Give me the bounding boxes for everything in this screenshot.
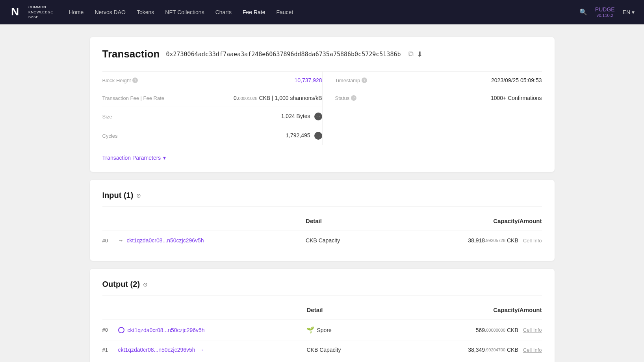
output-amount-0-main: 569 bbox=[476, 327, 485, 333]
input-address-link[interactable]: ckt1qzda0cr08...n50czjc296v5h bbox=[127, 237, 204, 244]
arrow-right-purple-icon: → bbox=[199, 347, 204, 353]
output-section-header: Output (2) ⊙ bbox=[102, 280, 542, 296]
output-row-1-index: #1 bbox=[102, 340, 118, 360]
size-more-button[interactable]: ··· bbox=[314, 113, 322, 120]
status-help-icon[interactable]: ? bbox=[351, 95, 356, 101]
output-unit-0: CKB bbox=[507, 327, 518, 333]
input-title: Input (1) bbox=[102, 191, 134, 200]
table-row: #1 ckt1qzda0cr08...n50czjc296v5h → CKB C… bbox=[102, 340, 542, 360]
nav-faucet[interactable]: Faucet bbox=[276, 9, 293, 15]
block-height-help-icon[interactable]: ? bbox=[132, 78, 138, 83]
output-table: Detail Capacity/Amount #0 ckt1qzda0cr08.… bbox=[102, 303, 542, 359]
output-row-0-amount: 569.00000000 CKB Cell Info bbox=[381, 320, 542, 340]
tx-fee-row: Transaction Fee | Fee Rate 0.00001028 CK… bbox=[102, 89, 322, 107]
output-address-1-link[interactable]: ckt1qzda0cr08...n50czjc296v5h bbox=[118, 347, 195, 353]
transaction-parameters: Transaction Parameters ▾ bbox=[102, 151, 542, 161]
timestamp-help-icon[interactable]: ? bbox=[362, 78, 367, 83]
transaction-actions: ⧉ ⬇ bbox=[408, 50, 423, 59]
input-amount-unit: CKB bbox=[507, 237, 518, 244]
download-button[interactable]: ⬇ bbox=[417, 50, 423, 59]
status-label: Status ? bbox=[335, 95, 414, 101]
svg-text:N: N bbox=[11, 6, 19, 18]
output-address-0-link[interactable]: ckt1qzda0cr08...n50czjc296v5h bbox=[128, 327, 205, 333]
output-row-0-index: #0 bbox=[102, 320, 118, 340]
navbar-right: 🔍 PUDGE v0.110.2 EN ▾ bbox=[579, 6, 635, 18]
circle-icon bbox=[118, 327, 124, 333]
input-row-0-address: → ckt1qzda0cr08...n50czjc296v5h bbox=[118, 231, 306, 250]
output-amount-1-small: .99204700 bbox=[485, 347, 505, 352]
output-row-1-address: ckt1qzda0cr08...n50czjc296v5h → bbox=[118, 340, 307, 360]
chevron-down-icon: ▾ bbox=[163, 155, 166, 161]
timestamp-row: Timestamp ? 2023/09/25 05:09:53 bbox=[335, 72, 542, 89]
timestamp-value: 2023/09/25 05:09:53 bbox=[491, 77, 542, 83]
size-row: Size 1,024 Bytes ··· bbox=[102, 107, 322, 126]
cycles-row: Cycles 1,792,495 ··· bbox=[102, 126, 322, 145]
input-table: Detail Capacity/Amount #0 → ckt1qzda0cr0… bbox=[102, 214, 542, 250]
transaction-details: Block Height ? 10,737,928 Transaction Fe… bbox=[102, 71, 542, 145]
input-address-col bbox=[118, 214, 306, 231]
transaction-hash: 0x2730064adc33df7aaea3af248e60637896dd88… bbox=[166, 51, 401, 58]
output-amount-0-small: .00000000 bbox=[485, 328, 505, 332]
block-height-row: Block Height ? 10,737,928 bbox=[102, 72, 322, 89]
output-detail-col: Detail bbox=[306, 303, 381, 320]
transaction-parameters-button[interactable]: Transaction Parameters ▾ bbox=[102, 155, 166, 161]
logo[interactable]: N COMMON KNOWLEDGE BASE bbox=[9, 4, 53, 20]
nav-nft-collections[interactable]: NFT Collections bbox=[165, 9, 204, 15]
copy-hash-button[interactable]: ⧉ bbox=[408, 50, 414, 59]
output-amount-col: Capacity/Amount bbox=[381, 303, 542, 320]
tx-fee-small: 00001028 bbox=[238, 96, 258, 101]
arrow-right-icon: → bbox=[118, 237, 124, 244]
tx-fee-unit: CKB | 1,000 shannons/kB bbox=[259, 95, 322, 101]
output-amount-1-main: 38,349 bbox=[468, 347, 485, 353]
search-icon[interactable]: 🔍 bbox=[579, 8, 587, 16]
output-cell-info-1-button[interactable]: Cell Info bbox=[523, 347, 542, 353]
table-row: #0 → ckt1qzda0cr08...n50czjc296v5h CKB C… bbox=[102, 231, 542, 250]
output-row-0-address: ckt1qzda0cr08...n50czjc296v5h bbox=[118, 320, 307, 340]
cycles-more-button[interactable]: ··· bbox=[314, 132, 322, 140]
transaction-parameters-label: Transaction Parameters bbox=[102, 155, 161, 161]
block-height-label: Block Height ? bbox=[102, 78, 181, 83]
nav-tokens[interactable]: Tokens bbox=[137, 9, 154, 15]
output-cell-info-0-button[interactable]: Cell Info bbox=[523, 327, 542, 333]
output-row-1-detail: CKB Capacity bbox=[306, 340, 381, 360]
status-row: Status ? 1000+ Confirmations bbox=[335, 89, 542, 107]
nav-links: Home Nervos DAO Tokens NFT Collections C… bbox=[69, 9, 293, 15]
input-row-0-amount: 38,918.99205728 CKB Cell Info bbox=[380, 231, 542, 250]
size-value: 1,024 Bytes ··· bbox=[281, 113, 322, 120]
nav-charts[interactable]: Charts bbox=[215, 9, 232, 15]
main-content: Transaction 0x2730064adc33df7aaea3af248e… bbox=[82, 37, 562, 362]
input-toggle-icon[interactable]: ⊙ bbox=[136, 192, 141, 199]
table-row: #0 ckt1qzda0cr08...n50czjc296v5h 🌱 Spore bbox=[102, 320, 542, 340]
input-index-col bbox=[102, 214, 118, 231]
output-row-0-detail: 🌱 Spore bbox=[306, 320, 381, 340]
logo-text: COMMON KNOWLEDGE BASE bbox=[28, 5, 53, 20]
user-menu-button[interactable]: PUDGE v0.110.2 bbox=[595, 6, 615, 18]
timestamp-label: Timestamp ? bbox=[335, 78, 414, 83]
input-amount-small: .99205728 bbox=[485, 238, 505, 243]
output-card: Output (2) ⊙ Detail Capacity/Amount #0 bbox=[90, 269, 555, 362]
tx-fee-main: 0. bbox=[234, 95, 238, 101]
cycles-value: 1,792,495 ··· bbox=[286, 132, 322, 140]
nav-home[interactable]: Home bbox=[69, 9, 84, 15]
tx-details-right: Timestamp ? 2023/09/25 05:09:53 Status ?… bbox=[322, 72, 542, 145]
tx-details-left: Block Height ? 10,737,928 Transaction Fe… bbox=[102, 72, 322, 145]
logo-icon: N bbox=[9, 4, 25, 20]
nav-nervos-dao[interactable]: Nervos DAO bbox=[95, 9, 126, 15]
nav-fee-rate[interactable]: Fee Rate bbox=[243, 9, 265, 15]
input-row-0-index: #0 bbox=[102, 231, 118, 250]
output-toggle-icon[interactable]: ⊙ bbox=[143, 281, 148, 288]
block-height-value[interactable]: 10,737,928 bbox=[294, 77, 322, 83]
navbar: N COMMON KNOWLEDGE BASE Home Nervos DAO … bbox=[0, 0, 644, 24]
size-label: Size bbox=[102, 114, 181, 120]
spore-icon: 🌱 bbox=[306, 326, 314, 334]
transaction-title: Transaction bbox=[102, 48, 160, 60]
output-index-col bbox=[102, 303, 118, 320]
input-row-0-detail: CKB Capacity bbox=[306, 231, 380, 250]
input-amount-main: 38,918 bbox=[468, 237, 485, 244]
tx-fee-label: Transaction Fee | Fee Rate bbox=[102, 95, 181, 101]
input-section-header: Input (1) ⊙ bbox=[102, 191, 542, 207]
output-unit-1: CKB bbox=[507, 347, 518, 353]
language-selector[interactable]: EN ▾ bbox=[623, 9, 635, 15]
input-cell-info-button[interactable]: Cell Info bbox=[523, 238, 542, 244]
transaction-header: Transaction 0x2730064adc33df7aaea3af248e… bbox=[102, 48, 542, 60]
